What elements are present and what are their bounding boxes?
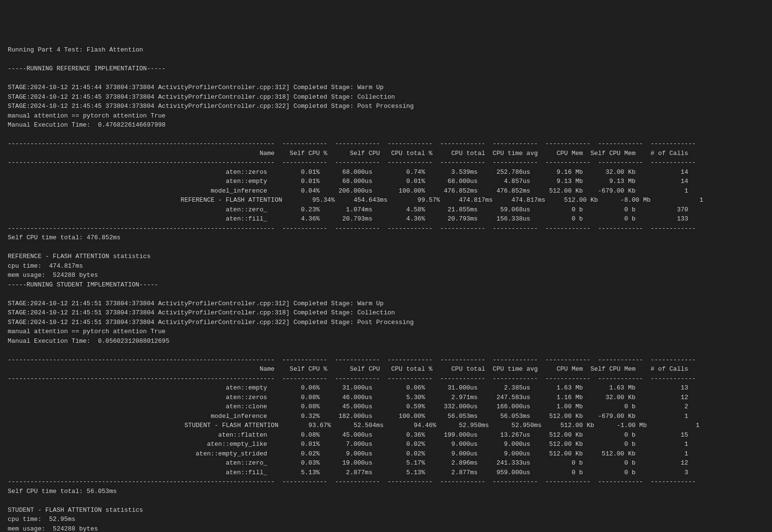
terminal-output: Running Part 4 Test: Flash Attention ---… xyxy=(8,45,764,532)
